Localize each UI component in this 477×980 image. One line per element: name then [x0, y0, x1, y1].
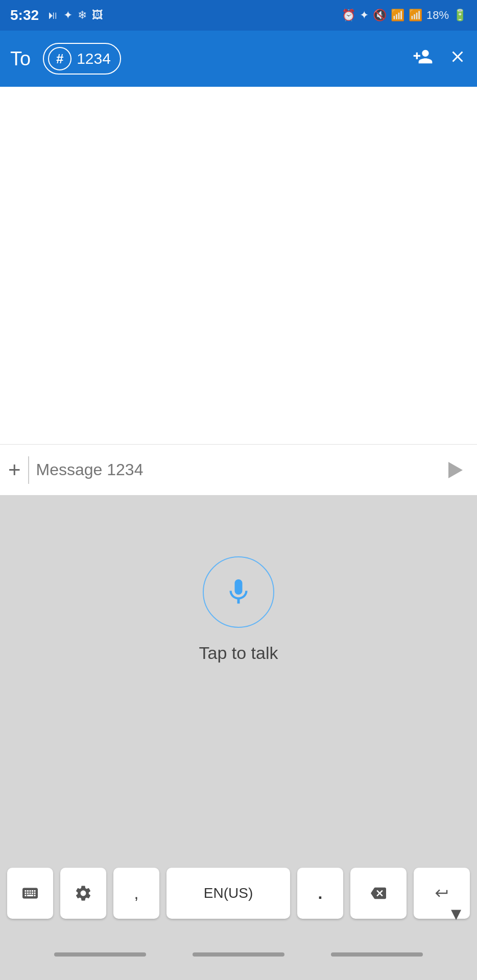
comma-label: ,	[134, 884, 139, 903]
nav-bar	[0, 929, 477, 980]
battery-icon: 🔋	[453, 9, 467, 22]
language-selector-button[interactable]: EN(US)	[166, 868, 290, 919]
delete-icon	[368, 886, 389, 901]
period-key[interactable]: .	[297, 868, 343, 919]
delete-key[interactable]	[350, 868, 407, 919]
status-right: ⏰ ✦ 🔇 📶 📶 18% 🔋	[342, 9, 467, 22]
alarm-icon: ⏰	[342, 9, 355, 22]
comma-key[interactable]: ,	[113, 868, 159, 919]
mic-button[interactable]	[203, 556, 274, 628]
keyboard-bottom-row: , EN(US) .	[0, 868, 477, 919]
message-input[interactable]	[36, 460, 435, 479]
status-bar: 5:32 ⏯ ✦ ❄ 🖼 ⏰ ✦ 🔇 📶 📶 18% 🔋	[0, 0, 477, 31]
mic-icon	[223, 577, 254, 607]
tap-to-talk-label: Tap to talk	[199, 643, 278, 663]
battery-level: 18%	[426, 9, 449, 22]
status-time: 5:32	[10, 7, 39, 23]
message-area	[0, 87, 477, 444]
period-label: .	[318, 884, 323, 903]
bluetooth-icon: ✦	[360, 9, 369, 22]
enter-icon	[432, 886, 452, 901]
nav-indicator-center	[193, 952, 284, 957]
snowflake-icon: ❄	[78, 9, 87, 22]
status-left: 5:32 ⏯ ✦ ❄ 🖼	[10, 7, 103, 23]
voice-section: Tap to talk	[0, 495, 477, 694]
top-bar-actions	[413, 46, 467, 71]
recipient-chip[interactable]: # 1234	[43, 43, 121, 75]
keyboard-area: Tap to talk , EN(US) .	[0, 495, 477, 980]
image-icon: 🖼	[92, 9, 103, 22]
spotify-icon: ⏯	[47, 9, 58, 22]
keyboard-settings-button[interactable]	[60, 868, 106, 919]
keyboard-toggle-button[interactable]	[7, 868, 53, 919]
nav-indicator-right	[331, 952, 423, 957]
recipient-number: 1234	[77, 50, 111, 67]
input-divider	[28, 456, 29, 484]
chevron-down-container: ▼	[447, 904, 465, 924]
add-attachment-button[interactable]: +	[8, 459, 21, 481]
signal-icon: 📶	[409, 9, 422, 22]
language-label: EN(US)	[204, 885, 253, 901]
nav-indicator-left	[54, 952, 146, 957]
add-contact-button[interactable]	[413, 46, 433, 71]
mute-icon: 🔇	[373, 9, 387, 22]
chip-hash-icon: #	[48, 47, 71, 70]
chevron-down-icon[interactable]: ▼	[447, 904, 465, 923]
wifi-icon: 📶	[391, 9, 404, 22]
message-input-row: +	[0, 444, 477, 495]
to-label: To	[10, 48, 31, 70]
slack-icon: ✦	[63, 9, 73, 22]
close-button[interactable]	[448, 47, 467, 70]
send-icon	[448, 462, 463, 478]
send-button[interactable]	[442, 457, 469, 483]
top-bar: To # 1234	[0, 31, 477, 87]
